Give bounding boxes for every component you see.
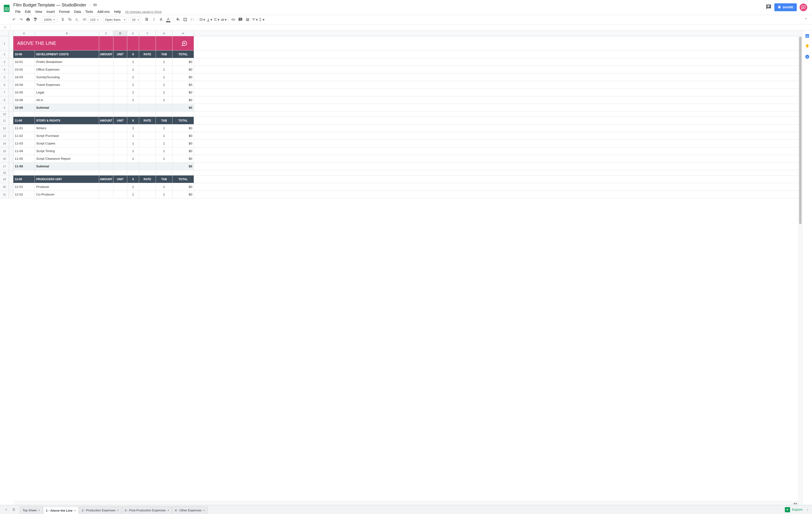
cell[interactable]: 1 <box>156 125 173 132</box>
cell[interactable]: 11-04 <box>13 147 35 155</box>
redo-icon[interactable]: ↷ <box>18 16 24 23</box>
cell[interactable]: 1 <box>156 147 173 155</box>
cell[interactable]: Subtotal <box>35 104 99 111</box>
print-icon[interactable] <box>25 16 31 23</box>
cell[interactable] <box>156 163 173 170</box>
cell[interactable]: Script Timing <box>35 147 99 155</box>
currency-icon[interactable]: $ <box>59 16 66 23</box>
comments-icon[interactable] <box>766 4 772 10</box>
font-size-select[interactable]: 10 <box>130 17 140 23</box>
cell[interactable]: PRODUCERS UNIT <box>35 175 99 183</box>
insert-chart-icon[interactable] <box>244 16 251 23</box>
font-select[interactable]: Open Sans <box>103 17 127 23</box>
cell[interactable]: TAB <box>156 51 173 58</box>
cell[interactable]: 11-03 <box>13 140 35 147</box>
cell[interactable] <box>139 163 156 170</box>
cell[interactable] <box>13 170 35 175</box>
menu-addons[interactable]: Add-ons <box>95 9 112 15</box>
cell[interactable] <box>99 112 113 116</box>
cell[interactable] <box>99 163 113 170</box>
cell[interactable]: 1 <box>156 96 173 104</box>
collapse-toolbar-icon[interactable]: ⌃ <box>803 16 809 23</box>
cell[interactable]: 1 <box>127 191 139 198</box>
strikethrough-icon[interactable]: S <box>158 16 165 23</box>
col-header-e[interactable]: E <box>127 30 139 36</box>
cell[interactable] <box>99 89 113 96</box>
menu-edit[interactable]: Edit <box>23 9 33 15</box>
tasks-icon[interactable] <box>805 54 810 59</box>
col-header-a[interactable]: A <box>13 30 35 36</box>
cell[interactable]: RATE <box>139 117 156 124</box>
menu-data[interactable]: Data <box>72 9 83 15</box>
cell[interactable]: 1 <box>127 74 139 81</box>
cell[interactable] <box>113 132 127 139</box>
cell[interactable] <box>139 132 156 139</box>
keep-icon[interactable] <box>805 44 810 49</box>
account-badge-icon[interactable] <box>800 4 807 11</box>
cell[interactable] <box>113 191 127 198</box>
cell[interactable]: STORY & RIGHTS <box>35 117 99 124</box>
horizontal-align-icon[interactable]: ▾ <box>199 16 205 23</box>
cell[interactable] <box>113 147 127 155</box>
cell[interactable]: 1 <box>127 89 139 96</box>
merge-cells-icon[interactable] <box>189 16 196 23</box>
cell[interactable]: 1 <box>127 183 139 190</box>
row-header[interactable]: 8 <box>0 96 9 104</box>
cell[interactable] <box>113 74 127 81</box>
cell[interactable] <box>139 58 156 65</box>
drive-save-status[interactable]: All changes saved in Drive <box>125 10 162 13</box>
row-header[interactable]: 18 <box>0 170 9 175</box>
cell[interactable]: Survey/Scouting <box>35 74 99 81</box>
cell[interactable]: AMOUNT <box>99 175 113 183</box>
cell[interactable] <box>156 112 173 116</box>
cell[interactable]: TOTAL <box>173 51 194 58</box>
cell[interactable]: UNIT <box>113 51 127 58</box>
cell[interactable] <box>139 112 156 116</box>
sheet-tab[interactable]: 4 - Other Expenses▼ <box>172 506 208 514</box>
cell[interactable]: DEVELOPMENT COSTS <box>35 51 99 58</box>
tab-dropdown-icon[interactable]: ▼ <box>203 509 205 512</box>
cell[interactable] <box>127 112 139 116</box>
folder-icon[interactable] <box>93 3 97 8</box>
sheet-tab[interactable]: 3 - Post-Production Expenses▼ <box>122 506 172 514</box>
cell[interactable] <box>113 81 127 88</box>
cell[interactable]: All in <box>35 96 99 104</box>
percent-icon[interactable]: % <box>66 16 73 23</box>
cell[interactable] <box>173 112 194 116</box>
cell[interactable]: 10-00 <box>13 51 35 58</box>
cell[interactable] <box>127 170 139 175</box>
cell[interactable]: 1 <box>156 74 173 81</box>
cell[interactable]: 1 <box>127 132 139 139</box>
cell[interactable] <box>99 191 113 198</box>
cell[interactable]: TAB <box>156 117 173 124</box>
cell[interactable]: 10-01 <box>13 58 35 65</box>
cell[interactable] <box>113 155 127 162</box>
star-icon[interactable]: ☆ <box>88 3 91 7</box>
document-title[interactable]: FIlm Budget Template — StudioBinder <box>13 3 86 8</box>
cell[interactable] <box>99 58 113 65</box>
row-header[interactable]: 11 <box>0 117 9 124</box>
cell[interactable] <box>113 170 127 175</box>
sheet-tab[interactable]: 1 - Above the Line▼ <box>43 507 78 514</box>
col-header-d[interactable]: D <box>113 30 127 36</box>
cell[interactable]: 1 <box>127 147 139 155</box>
cell[interactable]: 11-00 <box>13 163 35 170</box>
cell[interactable] <box>173 170 194 175</box>
undo-icon[interactable]: ↶ <box>10 16 17 23</box>
cell[interactable] <box>139 147 156 155</box>
cell[interactable]: 1 <box>156 140 173 147</box>
explore-button[interactable]: ✦ Explore <box>781 505 806 514</box>
menu-tools[interactable]: Tools <box>83 9 95 15</box>
col-header-c[interactable]: C <box>99 30 113 36</box>
cell[interactable]: X <box>127 175 139 183</box>
cell[interactable] <box>139 81 156 88</box>
cell[interactable]: $0 <box>173 140 194 147</box>
all-sheets-icon[interactable]: ☰ <box>11 507 17 513</box>
sheet-tab[interactable]: Top Sheet▼ <box>20 506 42 514</box>
cell[interactable] <box>113 58 127 65</box>
row-header[interactable]: 19 <box>0 175 9 183</box>
italic-icon[interactable]: I <box>151 16 157 23</box>
cell[interactable] <box>139 125 156 132</box>
row-header[interactable]: 9 <box>0 104 9 111</box>
cell[interactable] <box>139 140 156 147</box>
